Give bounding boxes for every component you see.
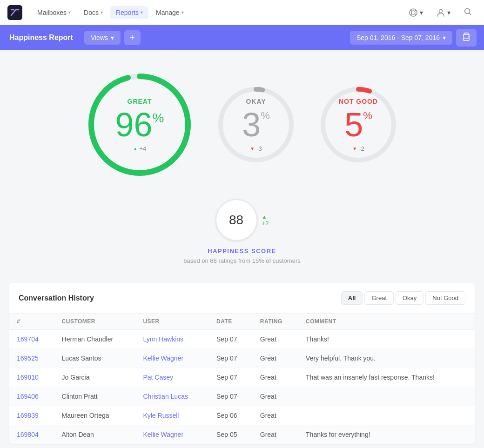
not-good-gauge-center: NOT GOOD 5 % ▼ -2 (339, 98, 378, 152)
row-rating: Great (253, 349, 298, 368)
happiness-score-circle: 88 (215, 199, 257, 241)
svg-rect-0 (7, 5, 22, 20)
row-customer: Clinton Pratt (54, 387, 136, 406)
logo[interactable] (7, 5, 22, 20)
col-id: # (9, 314, 54, 330)
chevron-icon: ▾ (111, 34, 114, 41)
support-icon (409, 8, 418, 17)
table-header: Conversation History All Great Okay Not … (9, 283, 475, 314)
svg-line-4 (415, 10, 417, 11)
nav-manage[interactable]: Manage ▾ (150, 6, 189, 19)
top-nav: Mailboxes ▾ Docs ▾ Reports ▾ Manage ▾ (0, 0, 484, 25)
svg-rect-10 (464, 38, 469, 40)
gauges-row: GREAT 96 % ▲ +4 (9, 69, 475, 181)
filter-great-button[interactable]: Great (364, 291, 394, 305)
col-user: User (135, 314, 209, 330)
row-user[interactable]: Kellie Wagner (135, 425, 209, 444)
nav-docs[interactable]: Docs ▾ (78, 6, 108, 19)
page-title: Happiness Report (9, 33, 82, 42)
row-user[interactable]: Kyle Russell (135, 406, 209, 425)
filter-buttons: All Great Okay Not Good (341, 291, 465, 305)
row-customer: Herman Chandler (54, 330, 136, 349)
row-customer: Lucas Santos (54, 349, 136, 368)
happiness-section: 88 ▲ +2 HAPPINESS SCORE based on 68 rati… (9, 199, 475, 264)
happiness-label: HAPPINESS SCORE (208, 247, 276, 254)
filter-all-button[interactable]: All (341, 291, 363, 305)
conversation-table: # Customer User Date Rating Comment 1697… (9, 314, 475, 444)
sub-nav-right: Sep 01, 2016 - Sep 07, 2016 ▾ (350, 29, 484, 47)
chevron-icon: ▾ (68, 10, 71, 15)
col-customer: Customer (54, 314, 136, 330)
svg-line-9 (470, 13, 471, 15)
print-button[interactable] (456, 29, 477, 47)
filter-not-good-button[interactable]: Not Good (425, 291, 465, 305)
row-user[interactable]: Kellie Wagner (135, 349, 209, 368)
svg-line-3 (410, 10, 412, 11)
row-comment: Thanks for everything! (298, 425, 475, 444)
chevron-icon: ▾ (443, 34, 446, 41)
row-user[interactable]: Christian Lucas (135, 387, 209, 406)
chevron-icon: ▾ (420, 9, 423, 16)
great-pct: % (153, 112, 164, 125)
table-header-row: # Customer User Date Rating Comment (9, 314, 475, 330)
chevron-icon: ▾ (141, 10, 143, 15)
row-rating: Great (253, 330, 298, 349)
row-date: Sep 07 (209, 330, 253, 349)
okay-delta-value: -3 (256, 145, 262, 152)
great-gauge-ring: GREAT 96 % ▲ +4 (84, 69, 195, 181)
okay-delta: ▼ -3 (250, 145, 262, 152)
svg-point-11 (468, 36, 469, 37)
row-customer: Maureen Ortega (54, 406, 136, 425)
okay-value: 3 (242, 108, 261, 141)
row-id[interactable]: 169525 (9, 349, 54, 368)
row-id[interactable]: 169810 (9, 368, 54, 387)
col-comment: Comment (298, 314, 475, 330)
table-row: 169406 Clinton Pratt Christian Lucas Sep… (9, 387, 475, 406)
svg-point-8 (465, 8, 470, 13)
score-row: 88 ▲ +2 (215, 199, 269, 241)
row-rating: Great (253, 425, 298, 444)
row-user[interactable]: Pat Casey (135, 368, 209, 387)
score-delta: +2 (262, 220, 269, 227)
conversation-history-section: Conversation History All Great Okay Not … (9, 283, 475, 444)
not-good-label: NOT GOOD (339, 98, 378, 105)
row-id[interactable]: 169406 (9, 387, 54, 406)
date-range-button[interactable]: Sep 01, 2016 - Sep 07, 2016 ▾ (350, 31, 452, 45)
print-icon (462, 32, 471, 41)
svg-point-7 (439, 9, 443, 13)
down-arrow-icon: ▼ (352, 146, 357, 151)
nav-mailboxes[interactable]: Mailboxes ▾ (32, 6, 76, 19)
search-icon (464, 7, 472, 16)
happiness-sub: based on 68 ratings from 15% of customer… (183, 257, 300, 264)
row-customer: Jo Garcia (54, 368, 136, 387)
row-id[interactable]: 169839 (9, 406, 54, 425)
score-up-arrow-icon: ▲ (262, 214, 269, 220)
okay-label: OKAY (246, 98, 266, 105)
great-label: GREAT (128, 98, 152, 105)
nav-reports[interactable]: Reports ▾ (110, 6, 148, 19)
not-good-gauge: NOT GOOD 5 % ▼ -2 (316, 83, 400, 167)
okay-pct: % (261, 111, 270, 121)
table-row: 169704 Herman Chandler Lynn Hawkins Sep … (9, 330, 475, 349)
row-id[interactable]: 169704 (9, 330, 54, 349)
table-row: 169804 Alton Dean Kellie Wagner Sep 05 G… (9, 425, 475, 444)
great-gauge-center: GREAT 96 % ▲ +4 (115, 98, 164, 152)
row-date: Sep 07 (209, 368, 253, 387)
row-comment (298, 387, 475, 406)
search-button[interactable] (459, 5, 477, 20)
add-button[interactable]: + (124, 30, 141, 45)
support-button[interactable]: ▾ (404, 5, 428, 20)
row-user[interactable]: Lynn Hawkins (135, 330, 209, 349)
row-rating: Great (253, 387, 298, 406)
svg-point-2 (411, 11, 415, 14)
table-row: 169810 Jo Garcia Pat Casey Sep 07 Great … (9, 368, 475, 387)
row-id[interactable]: 169804 (9, 425, 54, 444)
row-comment: That was an insanely fast response. Than… (298, 368, 475, 387)
filter-okay-button[interactable]: Okay (396, 291, 424, 305)
happiness-score-value: 88 (229, 213, 243, 227)
account-button[interactable]: ▾ (431, 5, 455, 20)
account-icon (436, 8, 445, 17)
views-button[interactable]: Views ▾ (84, 31, 121, 45)
svg-line-5 (410, 14, 412, 15)
table-body: 169704 Herman Chandler Lynn Hawkins Sep … (9, 330, 475, 444)
